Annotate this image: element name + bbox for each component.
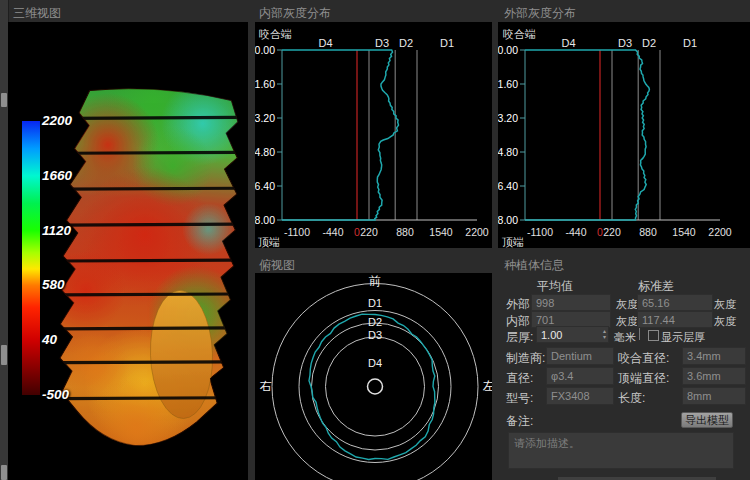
3d-viewport[interactable]: 22001660112058040-500	[8, 22, 248, 480]
svg-text:4.80: 4.80	[498, 146, 518, 158]
svg-text:D2: D2	[642, 37, 656, 49]
millimeter-unit-label: 毫米	[614, 330, 636, 345]
svg-text:D4: D4	[368, 357, 382, 369]
svg-text:D4: D4	[561, 37, 575, 49]
apex-diameter-input[interactable]	[682, 367, 746, 385]
panel-title-implant-info: 种植体信息	[504, 257, 564, 274]
svg-text:220: 220	[360, 226, 378, 238]
svg-text:2200: 2200	[708, 226, 732, 238]
svg-text:0.00: 0.00	[498, 44, 518, 56]
export-model-button[interactable]: 导出模型	[681, 412, 733, 428]
svg-text:D3: D3	[618, 37, 632, 49]
svg-text:1.60: 1.60	[255, 78, 275, 90]
svg-text:880: 880	[396, 226, 414, 238]
manufacturer-input[interactable]	[546, 347, 614, 365]
gray-unit-label: 灰度	[616, 314, 638, 329]
internal-row-label: 内部	[506, 313, 530, 330]
colorbar-tick-label: 2200	[42, 113, 72, 128]
thickness-input[interactable]	[536, 326, 609, 343]
gray-unit-label: 灰度	[714, 314, 736, 329]
diameter-input[interactable]	[546, 367, 614, 385]
gray-unit-label: 灰度	[714, 297, 736, 312]
apex-end-label: 顶端	[258, 235, 280, 250]
svg-text:D1: D1	[440, 37, 454, 49]
mean-column-header: 平均值	[537, 278, 573, 295]
dock-handle[interactable]	[1, 93, 7, 107]
svg-text:0.00: 0.00	[255, 44, 275, 56]
svg-text:D3: D3	[375, 37, 389, 49]
vertical-separator	[639, 328, 640, 340]
external-row-label: 外部	[506, 296, 530, 313]
external-mean-input[interactable]	[531, 294, 611, 311]
occlusal-end-label: 咬合端	[259, 27, 292, 42]
svg-text:左: 左	[482, 379, 492, 393]
gray-unit-label: 灰度	[616, 297, 638, 312]
app-window: 三维视图	[0, 0, 750, 480]
svg-text:1540: 1540	[672, 226, 696, 238]
diameter-label: 直径:	[506, 370, 533, 387]
svg-text:-440: -440	[322, 226, 343, 238]
svg-text:0: 0	[597, 226, 603, 238]
svg-text:D3: D3	[368, 329, 382, 341]
external-chart-area: D4D3D2D10.001.603.204.806.408.00-1100-44…	[498, 22, 750, 248]
svg-text:-1100: -1100	[284, 226, 310, 238]
svg-text:D2: D2	[368, 316, 382, 328]
external-distribution-chart: D4D3D2D10.001.603.204.806.408.00-1100-44…	[498, 22, 750, 248]
panel-title-top-view: 俯视图	[259, 257, 295, 274]
thickness-label: 层厚:	[506, 329, 533, 346]
apex-diameter-label: 顶端直径:	[618, 370, 669, 387]
external-std-input[interactable]	[637, 294, 713, 311]
apex-end-label: 顶端	[502, 235, 524, 250]
panel-title-internal-distribution: 内部灰度分布	[259, 5, 331, 22]
length-input[interactable]	[682, 387, 746, 405]
svg-text:D4: D4	[318, 37, 332, 49]
svg-text:D1: D1	[368, 297, 382, 309]
description-textarea[interactable]	[508, 432, 734, 469]
svg-text:1.60: 1.60	[498, 78, 518, 90]
svg-text:1540: 1540	[429, 226, 453, 238]
svg-text:D1: D1	[683, 37, 697, 49]
svg-text:-440: -440	[565, 226, 586, 238]
svg-text:3.20: 3.20	[255, 112, 275, 124]
svg-text:0: 0	[354, 226, 360, 238]
thickness-spinner[interactable]: ▴▾	[536, 326, 609, 343]
panel-title-external-distribution: 外部灰度分布	[504, 5, 576, 22]
dock-handle[interactable]	[1, 345, 7, 365]
std-column-header: 标准差	[638, 278, 674, 295]
svg-text:2200: 2200	[465, 226, 489, 238]
svg-text:6.40: 6.40	[255, 180, 275, 192]
colorbar-tick-label: 40	[42, 332, 57, 347]
show-thickness-label: 显示层厚	[661, 330, 705, 345]
dock-handle[interactable]	[1, 465, 7, 480]
colorbar-tick-label: -500	[42, 387, 69, 402]
model-number-input[interactable]	[546, 387, 614, 405]
occlusal-diameter-input[interactable]	[682, 347, 746, 365]
svg-text:-1100: -1100	[527, 226, 553, 238]
top-view-area: D1D2D3D4前右左	[255, 273, 492, 480]
svg-text:前: 前	[369, 274, 381, 288]
grayscale-colorbar	[22, 121, 40, 395]
svg-text:右: 右	[259, 379, 272, 393]
show-thickness-checkbox[interactable]	[648, 330, 659, 341]
internal-chart-area: D4D3D2D10.001.603.204.806.408.00-1100-44…	[255, 22, 492, 248]
remark-label: 备注:	[506, 413, 533, 430]
svg-text:4.80: 4.80	[255, 146, 275, 158]
svg-text:880: 880	[639, 226, 657, 238]
svg-text:8.00: 8.00	[498, 214, 518, 226]
model-number-label: 型号:	[506, 390, 533, 407]
implant-3d-model[interactable]	[8, 22, 248, 480]
internal-std-input[interactable]	[637, 311, 713, 328]
svg-text:D2: D2	[399, 37, 413, 49]
svg-text:8.00: 8.00	[255, 214, 275, 226]
svg-text:3.20: 3.20	[498, 112, 518, 124]
length-label: 长度:	[618, 390, 645, 407]
colorbar-tick-label: 1120	[42, 223, 71, 238]
occlusal-diameter-label: 咬合直径:	[618, 350, 669, 367]
internal-distribution-chart: D4D3D2D10.001.603.204.806.408.00-1100-44…	[255, 22, 492, 248]
colorbar-tick-label: 1660	[42, 168, 72, 183]
svg-text:220: 220	[603, 226, 621, 238]
spinner-arrows-icon[interactable]: ▴▾	[603, 328, 606, 340]
colorbar-tick-label: 580	[42, 277, 65, 292]
top-view-chart: D1D2D3D4前右左	[255, 273, 492, 480]
occlusal-end-label: 咬合端	[503, 27, 536, 42]
